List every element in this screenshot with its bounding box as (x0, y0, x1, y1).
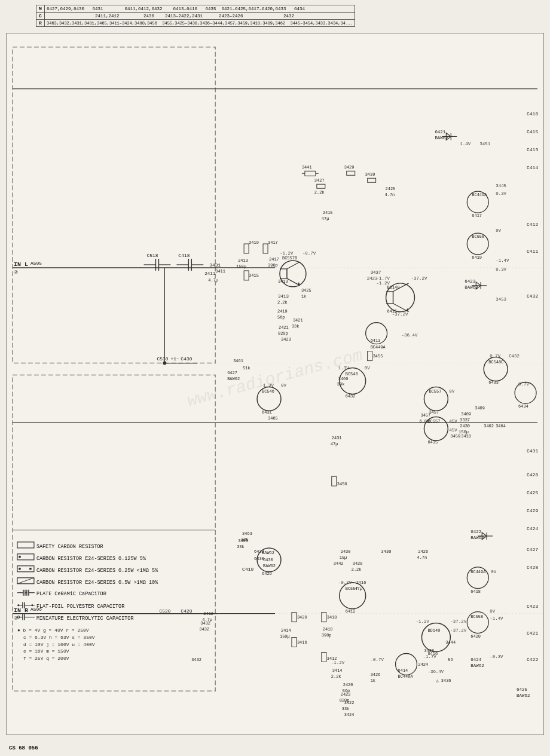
svg-text:C422: C422 (527, 657, 538, 662)
svg-text:d = 10V   j = 100V   u = 400V: d = 10V j = 100V u = 400V (23, 642, 95, 647)
svg-text:6420: 6420 (470, 634, 481, 639)
svg-text:56: 56 (448, 657, 453, 662)
svg-text:+1~: +1~ (170, 356, 179, 362)
svg-text:6429: 6429 (262, 571, 272, 576)
svg-text:BC557: BC557 (429, 389, 441, 394)
svg-text:0V: 0V (281, 383, 286, 388)
legend-plate-ceramic: PLATE CeRAMiC CaPaCiTOR (36, 591, 106, 597)
svg-text:3431: 3431 (209, 262, 221, 268)
svg-text:3409: 3409 (461, 412, 471, 417)
svg-text:6419: 6419 (472, 255, 482, 260)
svg-text:C420: C420 (181, 608, 192, 614)
svg-text:3337: 3337 (460, 418, 470, 423)
svg-text:C429: C429 (527, 508, 538, 513)
svg-text:-1.2V: -1.2V (377, 281, 390, 286)
svg-text:150µ: 150µ (459, 430, 469, 434)
svg-text:33k: 33k (237, 544, 245, 549)
svg-text:33k: 33k (241, 537, 249, 542)
svg-text:4.7µ: 4.7µ (208, 278, 218, 283)
svg-text:3416: 3416 (297, 640, 307, 645)
legend-carbon-e24-25: CARBON RESISTOR E24-SERIES 0.25W <1MΩ 5% (36, 568, 158, 574)
svg-text:6433: 6433 (488, 381, 499, 385)
svg-text:3426: 3426 (371, 672, 381, 677)
svg-text:3441: 3441 (302, 165, 312, 170)
svg-text:2430: 2430 (460, 424, 470, 428)
header-row-m: 6427,6429,6430 6431 6411,6412,6432 6413–… (45, 5, 355, 13)
svg-text:3429: 3429 (344, 165, 355, 170)
svg-point-292 (31, 604, 33, 606)
svg-text:C518: C518 (146, 253, 158, 258)
svg-text:390p: 390p (322, 633, 332, 638)
svg-point-276 (19, 568, 21, 570)
svg-text:2421: 2421 (279, 325, 289, 330)
svg-text:6422: 6422 (470, 529, 481, 534)
header-row-label-c: C (36, 13, 45, 20)
svg-text:0V: 0V (449, 389, 454, 394)
header-row-r: 3463,3432,3431,3481,3465,3411–3424,3480,… (45, 20, 355, 27)
svg-text:390p: 390p (268, 263, 278, 268)
svg-text:39k: 39k (337, 382, 345, 387)
svg-text:C414: C414 (527, 165, 538, 170)
svg-text:A505: A505 (30, 261, 42, 266)
svg-text:3425: 3425 (301, 288, 311, 293)
svg-text:6412: 6412 (346, 609, 356, 614)
svg-text:-37.2V: -37.2V (411, 276, 427, 281)
svg-text:6418: 6418 (470, 589, 481, 594)
svg-text:C415: C415 (527, 129, 538, 134)
svg-text:56p: 56p (277, 315, 285, 320)
svg-text:3409: 3409 (475, 406, 485, 411)
svg-text:-36.4V: -36.4V (402, 333, 418, 338)
svg-text:15µ: 15µ (340, 555, 347, 560)
svg-text:C431: C431 (527, 448, 538, 454)
svg-text:-0.7V: -0.7V (338, 580, 352, 585)
svg-text:-1.4V: -1.4V (496, 258, 509, 263)
svg-text:3415: 3415 (249, 273, 259, 278)
svg-text:3418: 3418 (327, 615, 337, 620)
svg-text:2412: 2412 (203, 611, 213, 616)
svg-text:1.3V: 1.3V (338, 366, 349, 371)
svg-text:3427: 3427 (314, 178, 325, 183)
svg-text:BC546: BC546 (262, 389, 274, 394)
svg-text:820p: 820p (278, 331, 288, 336)
svg-text:3410: 3410 (461, 434, 471, 439)
svg-text:0V: 0V (491, 570, 496, 574)
svg-text:3413: 3413 (278, 279, 288, 284)
in-r-label: IN R (14, 607, 28, 614)
legend-flat-foil: FLAT-FOIL POLYESTER CAPACITOR (36, 604, 124, 610)
svg-text:②: ② (14, 270, 18, 275)
svg-text:3439: 3439 (365, 172, 375, 177)
svg-text:BD140: BD140 (387, 285, 400, 290)
svg-text:c = 6.3V  h = 63V    s = 350V: c = 6.3V h = 63V s = 350V (23, 635, 95, 640)
svg-text:BC449A: BC449A (371, 345, 386, 350)
svg-text:6430: 6430 (254, 556, 264, 561)
svg-text:BC449A: BC449A (470, 570, 486, 574)
schematic-svg: IN L ② A505 IN R ② A506 C518 C418 C530 +… (7, 33, 543, 734)
svg-text:C424: C424 (527, 526, 538, 531)
svg-text:6414: 6414 (398, 668, 408, 673)
legend-safety-carbon: SAFETY CARBON RESISTOR (36, 544, 103, 550)
svg-text:BC548: BC548 (346, 372, 358, 377)
header-table: M 6427,6429,6430 6431 6411,6412,6432 641… (36, 5, 355, 27)
svg-text:3465: 3465 (268, 416, 278, 421)
svg-text:C416: C416 (527, 112, 538, 117)
svg-text:3430: 3430 (381, 549, 392, 554)
svg-text:3461: 3461 (233, 359, 243, 363)
svg-text:BC557: BC557 (427, 419, 440, 424)
svg-text:-1.7V: -1.7V (377, 276, 390, 281)
svg-text:BD140: BD140 (427, 628, 440, 633)
svg-text:2431: 2431 (332, 436, 342, 440)
svg-text:2.2k: 2.2k (352, 567, 362, 572)
svg-text:6434: 6434 (518, 404, 528, 409)
svg-text:47µ: 47µ (322, 216, 329, 221)
svg-text:2.2k: 2.2k (314, 190, 325, 195)
svg-text:0.7V: 0.7V (518, 382, 529, 387)
svg-text:2425: 2425 (386, 186, 396, 191)
svg-text:-37.2V: -37.2V (450, 619, 466, 624)
svg-text:2416: 2416 (356, 580, 366, 585)
svg-text:BC558: BC558 (470, 614, 483, 619)
svg-text:4.7µ: 4.7µ (202, 617, 212, 622)
svg-text:3463: 3463 (242, 531, 252, 536)
svg-text:BAW62: BAW62 (470, 535, 484, 540)
svg-text:1k: 1k (371, 678, 375, 683)
svg-text:1.3V: 1.3V (263, 383, 274, 388)
